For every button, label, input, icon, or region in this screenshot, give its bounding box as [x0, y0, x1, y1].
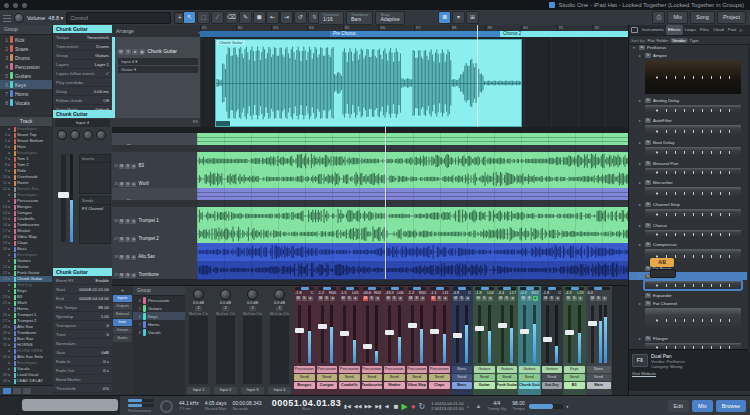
- plugin-autofilter[interactable]: ▸fxAutoFilter: [629, 116, 747, 124]
- inspector-row-timestretch[interactable]: TimestretchDrums: [53, 42, 112, 51]
- pan-control[interactable]: [408, 287, 427, 290]
- arrange-track-trumpet-1-6[interactable]: 26 MS● Trumpet 1Input 24 ▾: [112, 207, 197, 226]
- loop-button[interactable]: ↻: [419, 402, 426, 411]
- inspector-row-follow-chords[interactable]: Follow chordsOff: [53, 96, 112, 105]
- mute-button[interactable]: M: [296, 296, 301, 301]
- plugin-flanger[interactable]: ▸fxFlanger: [629, 334, 747, 342]
- input-phantom-button[interactable]: Z: [276, 306, 283, 311]
- mute-button[interactable]: M: [386, 296, 391, 301]
- mute-button[interactable]: M: [543, 296, 548, 301]
- inspector-row-group[interactable]: GroupGuitars: [53, 51, 112, 60]
- mute-button[interactable]: M: [453, 296, 458, 301]
- fader-handle[interactable]: [475, 326, 484, 331]
- strip-name-label[interactable]: Main: [587, 382, 611, 389]
- pan-control[interactable]: [498, 287, 517, 290]
- channel-strip-shaker[interactable]: -43.3L06MS●PercussionSendShaker: [383, 286, 407, 396]
- strip-group-label[interactable]: Percussion: [294, 366, 315, 373]
- strip-name-label[interactable]: Chunk Guitar: [519, 382, 540, 389]
- strip-send-label[interactable]: Send: [362, 374, 383, 381]
- performance-meter[interactable]: Performance: [128, 398, 154, 414]
- console-tab-inputs[interactable]: Inputs: [113, 295, 132, 302]
- quantize-selector[interactable]: Quantize1/16: [318, 11, 344, 25]
- fader-handle[interactable]: [430, 329, 439, 334]
- metronome-volume-knob[interactable]: [160, 400, 173, 413]
- strip-send-label[interactable]: Send: [542, 374, 563, 381]
- record-arm-button[interactable]: ●: [132, 49, 138, 55]
- mode-button-mix[interactable]: Mix: [692, 400, 713, 412]
- arrange-track-b3-2[interactable]: 24 MS● B3Input 19 ▾: [112, 152, 197, 171]
- strip-name-label[interactable]: Claps: [429, 382, 450, 389]
- edit-track-chunk-guitar[interactable]: MS●◉ Chunk GuitarInput 4 ▾Guitar ▾: [112, 37, 200, 119]
- play-button[interactable]: ▶: [402, 402, 408, 411]
- strip-send-label[interactable]: Send: [519, 374, 540, 381]
- channel-knob-0[interactable]: [57, 130, 67, 140]
- fader-handle[interactable]: [588, 321, 597, 326]
- solo-button[interactable]: S: [369, 296, 374, 301]
- solo-button[interactable]: S: [414, 296, 419, 301]
- input-gain-knob[interactable]: [274, 289, 285, 300]
- strip-name-label[interactable]: Tambourine: [362, 382, 383, 389]
- mute-button[interactable]: M: [566, 296, 571, 301]
- pan-control[interactable]: [295, 287, 314, 290]
- inspector-row-tune[interactable]: Tune0: [53, 330, 112, 339]
- input-gain-knob[interactable]: [220, 289, 231, 300]
- plugin-thumbnail-ampire[interactable]: [645, 60, 741, 94]
- inspector-row-threshold[interactable]: Threshold0%: [53, 384, 112, 393]
- pan-control[interactable]: [385, 287, 404, 290]
- solo-button[interactable]: S: [125, 49, 131, 55]
- audio-event-chunk-guitar[interactable]: Chunk Guitar: [215, 39, 522, 127]
- paint-tool[interactable]: ✎: [239, 11, 252, 24]
- sort-option-vendor[interactable]: Vendor: [670, 38, 687, 43]
- strip-name-label[interactable]: Funk Guitar: [497, 382, 518, 389]
- inspector-row-delay[interactable]: Delay0.00 ms: [53, 87, 112, 96]
- layout-icon-0[interactable]: ≣: [438, 11, 451, 24]
- browser-tab-cloud[interactable]: Cloud: [711, 25, 726, 35]
- split-tool[interactable]: ∕: [211, 11, 224, 24]
- track-list-view-icon[interactable]: [3, 388, 11, 394]
- channel-fader-handle[interactable]: [58, 192, 69, 198]
- channel-input-selector[interactable]: Input 4: [55, 119, 110, 127]
- arrange-lane-6[interactable]: [197, 207, 628, 226]
- strip-name-label[interactable]: Shaker: [384, 382, 405, 389]
- record-arm-button[interactable]: ●: [131, 219, 136, 224]
- mute-button[interactable]: M: [119, 219, 124, 224]
- group-row-vocals[interactable]: 8Vocals: [0, 98, 52, 107]
- inspector-row-layers-follow-events[interactable]: Layers follow events✓: [53, 69, 112, 78]
- strip-send-label[interactable]: Send: [384, 374, 405, 381]
- arrow-tool[interactable]: ↖: [183, 11, 196, 24]
- bars-display[interactable]: 00051.04.01.83Bars: [272, 400, 342, 412]
- input-gain-knob[interactable]: [193, 289, 204, 300]
- group-row-keys[interactable]: 6Keys: [0, 80, 52, 89]
- arrange-lane-7[interactable]: [197, 225, 628, 244]
- strip-group-label[interactable]: Guitars: [474, 366, 495, 373]
- monitor-button[interactable]: ●: [533, 296, 538, 301]
- solo-button[interactable]: S: [302, 296, 307, 301]
- arrange-lane-8[interactable]: [197, 243, 628, 262]
- strip-send-label[interactable]: Send: [452, 374, 473, 381]
- inspector-row-fade-out[interactable]: Fade Out0 s: [53, 366, 112, 375]
- mode-button-browse[interactable]: Browse: [716, 400, 746, 412]
- mute-button[interactable]: M: [119, 237, 124, 242]
- mixer-group-guitars[interactable]: 5Guitars: [133, 304, 185, 312]
- speaker-icon[interactable]: ◖: [566, 403, 569, 409]
- plugin-binaural-pan[interactable]: ▸fxBinaural Pan: [629, 159, 747, 167]
- fader-handle[interactable]: [385, 330, 394, 335]
- strip-group-label[interactable]: Guitars: [542, 366, 563, 373]
- snap-selector[interactable]: SnapAdaptive: [375, 11, 404, 25]
- channel-strip-vibra-slap[interactable]: -1.2R05MS●PercussionSendVibra Slap: [406, 286, 430, 396]
- drag-handle-icon[interactable]: [3, 13, 11, 22]
- horizontal-zoom-scrollbar[interactable]: [22, 399, 118, 411]
- action-icon-1[interactable]: ⇥: [280, 11, 293, 24]
- pan-control[interactable]: [475, 287, 494, 290]
- solo-button[interactable]: S: [572, 296, 577, 301]
- plugin-de-esser[interactable]: fxDe-Esser: [629, 264, 747, 272]
- inspector-row-gain[interactable]: Gain0dB: [53, 348, 112, 357]
- macro-knob-icon[interactable]: [14, 13, 24, 23]
- pan-control[interactable]: [453, 287, 472, 290]
- strip-group-label[interactable]: Percussion: [317, 366, 338, 373]
- strip-group-label[interactable]: Percussion: [339, 366, 360, 373]
- inspector-row-transpose[interactable]: Transpose0: [53, 321, 112, 330]
- inspector-row-layers[interactable]: LayersLayer 1: [53, 60, 112, 69]
- channel-strip-main[interactable]: 0.0MS●NoneSendMain: [586, 286, 613, 396]
- record-button[interactable]: ●: [411, 402, 416, 411]
